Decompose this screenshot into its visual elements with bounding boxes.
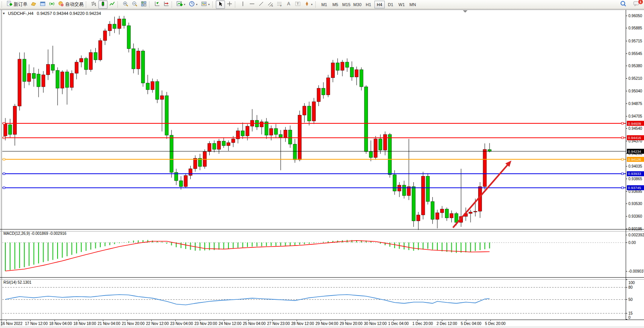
zoom-out-button[interactable] [130, 0, 139, 9]
svg-text:80: 80 [628, 285, 633, 289]
timeframe-W1[interactable]: W1 [397, 1, 407, 8]
chevron-down-icon: ▼ [196, 3, 198, 6]
hline-handle[interactable] [622, 187, 623, 189]
autotrading-label: 自动交易 [65, 1, 84, 8]
trendline-button[interactable] [257, 0, 266, 9]
chart-window: 0.960500.958850.957150.955450.953800.952… [0, 9, 644, 328]
timeframe-H1[interactable]: H1 [363, 1, 374, 8]
hline-handle[interactable] [3, 158, 5, 160]
svg-text:1 Dec 04:00: 1 Dec 04:00 [388, 322, 409, 326]
hline-handle[interactable] [3, 173, 5, 175]
svg-text:0.95715: 0.95715 [628, 39, 642, 43]
timeframe-M1[interactable]: M1 [319, 1, 329, 8]
timeframe-MN[interactable]: MN [408, 1, 418, 8]
crosshair-button[interactable] [225, 0, 234, 9]
svg-text:0.95885: 0.95885 [628, 26, 642, 30]
hline-handle[interactable] [3, 187, 5, 189]
tile-windows-button[interactable] [139, 0, 148, 9]
toolbar: 新订单 自动交易 [0, 0, 644, 9]
svg-text:0.94609: 0.94609 [628, 121, 641, 126]
toolbar-grip[interactable] [235, 2, 237, 8]
chat-button[interactable]: 1 [632, 0, 642, 9]
hline-handle[interactable] [622, 123, 623, 124]
trendline-icon [258, 1, 264, 8]
svg-text:T: T [297, 2, 299, 6]
toolbar-grip[interactable] [149, 2, 151, 8]
gold-button[interactable] [29, 0, 38, 9]
svg-text:1 Dec 20:00: 1 Dec 20:00 [413, 322, 433, 326]
toolbar-grip[interactable] [86, 2, 88, 8]
templates-button[interactable]: ▼ [199, 0, 212, 9]
template-icon [201, 1, 207, 8]
tile-windows-icon [141, 1, 147, 8]
svg-text:23 Nov 04:00: 23 Nov 04:00 [170, 322, 193, 326]
svg-text:0.93195: 0.93195 [628, 227, 642, 231]
text-button[interactable]: A [284, 0, 293, 9]
equidistant-channel-button[interactable]: E [266, 0, 275, 9]
autoscroll-button[interactable] [153, 0, 162, 9]
svg-text:0.95040: 0.95040 [628, 89, 642, 93]
candlestick-chart-icon [100, 1, 106, 8]
svg-text:0.93745: 0.93745 [628, 186, 641, 190]
svg-text:0.93360: 0.93360 [628, 214, 642, 218]
svg-text:15: 15 [628, 311, 633, 315]
timeframe-M30[interactable]: M30 [352, 1, 363, 8]
zoom-in-button[interactable] [121, 0, 130, 9]
chart-shift-button[interactable] [162, 0, 171, 9]
periods-button[interactable]: ▼ [187, 0, 199, 9]
fibonacci-button[interactable]: F [275, 0, 284, 9]
hline-handle[interactable] [3, 137, 5, 139]
community-button[interactable] [38, 0, 47, 9]
svg-text:0.95380: 0.95380 [628, 64, 642, 68]
hline-handle[interactable] [622, 158, 623, 160]
candlestick-chart-button[interactable] [98, 0, 108, 9]
one-click-trading-arrow[interactable]: ▼ [2, 12, 5, 15]
cursor-button[interactable] [216, 0, 225, 9]
signal-icon [49, 1, 55, 8]
timeframe-H4[interactable]: H4 [374, 1, 385, 8]
bar-chart-icon [91, 1, 97, 8]
svg-text:30 Nov 12:00: 30 Nov 12:00 [364, 322, 387, 326]
toolbar-grip[interactable] [2, 2, 4, 8]
svg-text:-0.009037: -0.009037 [628, 269, 644, 273]
toolbar-grip[interactable] [212, 2, 215, 8]
hline-handle[interactable] [622, 137, 623, 139]
vertical-line-button[interactable] [238, 0, 247, 9]
text-label-button[interactable]: T [293, 0, 302, 9]
toolbar-grip[interactable] [172, 2, 174, 8]
toolbar-grip[interactable] [315, 2, 318, 8]
svg-text:A: A [287, 1, 290, 6]
window-icon [40, 1, 46, 8]
horizontal-line-button[interactable] [247, 0, 257, 9]
svg-text:21 Nov 20:00: 21 Nov 20:00 [122, 322, 145, 326]
svg-text:17 Nov 12:00: 17 Nov 12:00 [25, 322, 48, 326]
indicators-button[interactable]: ▼ [175, 0, 187, 9]
svg-text:0.94416: 0.94416 [628, 136, 641, 140]
timeframe-M5[interactable]: M5 [330, 1, 340, 8]
new-order-button[interactable]: 新订单 [5, 0, 29, 9]
search-button[interactable] [618, 0, 628, 9]
svg-text:5 Dec 20:00: 5 Dec 20:00 [485, 322, 506, 326]
timeframe-D1[interactable]: D1 [385, 1, 396, 8]
chart-canvas[interactable]: 0.960500.958850.957150.955450.953800.952… [0, 9, 644, 328]
autotrading-button[interactable]: 自动交易 [56, 0, 85, 9]
line-chart-button[interactable] [108, 0, 117, 9]
arrows-icon [304, 1, 310, 8]
svg-text:29 Nov 20:00: 29 Nov 20:00 [340, 322, 363, 326]
timeframe-M15[interactable]: M15 [341, 1, 352, 8]
svg-text:18 Nov 18:00: 18 Nov 18:00 [74, 322, 96, 326]
hline-handle[interactable] [3, 123, 5, 124]
chart-symbol-period: USDCHF-,H4 [8, 11, 34, 16]
bar-chart-button[interactable] [89, 0, 98, 9]
svg-text:28 Nov 12:00: 28 Nov 12:00 [291, 322, 314, 326]
signals-button[interactable] [47, 0, 56, 9]
svg-text:0.95545: 0.95545 [628, 52, 642, 56]
svg-text:E: E [271, 5, 273, 7]
crosshair-icon [226, 1, 233, 8]
macd-indicator-label: MACD(12,26,9) -0.001869 -0.002916 [3, 231, 66, 236]
arrows-button[interactable]: ▼ [302, 0, 315, 9]
svg-text:23 Nov 20:00: 23 Nov 20:00 [194, 322, 217, 326]
hline-handle[interactable] [622, 173, 623, 175]
gold-bar-icon [31, 1, 37, 8]
toolbar-grip[interactable] [117, 2, 120, 8]
